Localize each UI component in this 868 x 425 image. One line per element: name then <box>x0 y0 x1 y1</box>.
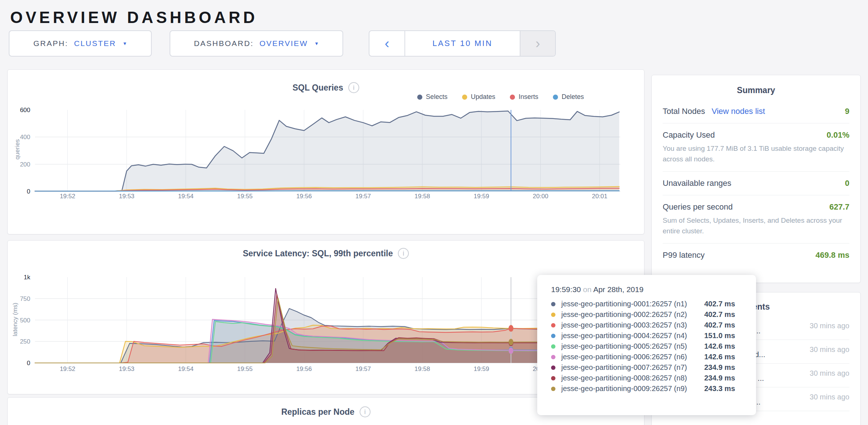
x-tick-label: 19:54 <box>178 365 194 372</box>
chevron-left-icon: ‹ <box>385 36 390 51</box>
tooltip-node-value: 234.9 ms <box>704 374 735 382</box>
view-nodes-list-link[interactable]: View nodes list <box>712 107 765 116</box>
graph-dropdown[interactable]: GRAPH: CLUSTER ▾ <box>9 30 152 57</box>
series-dot <box>551 355 555 359</box>
service-latency-title: Service Latency: SQL, 99th percentile <box>243 249 393 259</box>
legend-dot <box>417 95 422 100</box>
tooltip-node-name: jesse-geo-partitioning-0008:26257 (n8) <box>561 374 704 382</box>
tooltip-node-value: 234.9 ms <box>704 363 735 372</box>
chart-title-row: Service Latency: SQL, 99th percentile i <box>8 248 644 259</box>
summary-row-label: Total Nodes <box>663 107 705 116</box>
series-dot <box>551 344 555 349</box>
series-dot <box>551 365 555 370</box>
x-tick-label: 19:56 <box>296 365 312 372</box>
y-tick-label: 0 <box>27 188 30 195</box>
summary-row-value: 0 <box>845 179 849 188</box>
legend-dot <box>462 95 467 100</box>
summary-row-main: Unavailable ranges0 <box>663 179 849 188</box>
tooltip-row: jesse-geo-partitioning-0004:26257 (n4)15… <box>551 330 756 341</box>
info-icon[interactable]: i <box>360 406 371 417</box>
event-time: 30 mins ago <box>809 368 849 379</box>
graph-dropdown-label: GRAPH: <box>33 39 68 48</box>
summary-row-label: Queries per second <box>663 202 733 212</box>
time-range-selector: ‹ LAST 10 MIN › <box>369 30 556 57</box>
summary-title: Summary <box>663 85 849 95</box>
tooltip-row: jesse-geo-partitioning-0009:26257 (n9)24… <box>551 383 756 394</box>
time-range-prev-button[interactable]: ‹ <box>369 31 404 56</box>
summary-panel: Summary Total NodesView nodes list9Capac… <box>651 75 861 283</box>
tooltip-node-value: 402.7 ms <box>704 310 735 319</box>
tooltip-node-name: jesse-geo-partitioning-0001:26257 (n1) <box>561 300 704 308</box>
x-tick-label: 20:00 <box>533 193 549 200</box>
tooltip-row: jesse-geo-partitioning-0006:26257 (n6)14… <box>551 352 756 362</box>
tooltip-row: jesse-geo-partitioning-0008:26257 (n8)23… <box>551 373 756 383</box>
summary-row-label: Capacity Used <box>663 130 715 140</box>
series-dot <box>551 302 555 306</box>
tooltip-row: jesse-geo-partitioning-0002:26257 (n2)40… <box>551 309 756 320</box>
tooltip-node-value: 402.7 ms <box>704 300 735 308</box>
tooltip-date: Apr 28th, 2019 <box>593 285 644 294</box>
summary-row-main: Queries per second627.7 <box>663 202 849 212</box>
tooltip-node-name: jesse-geo-partitioning-0002:26257 (n2) <box>561 310 704 319</box>
tooltip-node-name: jesse-geo-partitioning-0003:26257 (n3) <box>561 321 704 329</box>
chart-hover-tooltip: 19:59:30 on Apr 28th, 2019 jesse-geo-par… <box>537 275 756 415</box>
y-tick-label: 200 <box>20 161 30 168</box>
legend-dot <box>510 95 515 100</box>
series-line-Deletes <box>35 191 619 191</box>
legend-item-label: Inserts <box>519 93 538 101</box>
tooltip-node-value: 243.3 ms <box>704 384 735 393</box>
info-icon[interactable]: i <box>398 248 409 259</box>
summary-row-description: You are using 177.7 MiB of 3.1 TiB usabl… <box>663 143 849 164</box>
legend-dot <box>553 95 558 100</box>
y-tick-label: 400 <box>20 134 30 141</box>
x-tick-label: 19:55 <box>237 365 253 372</box>
legend-item-updates[interactable]: Updates <box>462 93 495 101</box>
summary-row: Capacity Used0.01%You are using 177.7 Mi… <box>663 123 849 171</box>
tooltip-row: jesse-geo-partitioning-0001:26257 (n1)40… <box>551 299 756 309</box>
tooltip-row: jesse-geo-partitioning-0003:26257 (n3)40… <box>551 320 756 330</box>
legend-item-label: Updates <box>471 93 495 101</box>
series-dot <box>551 376 555 380</box>
legend-item-deletes[interactable]: Deletes <box>553 93 584 101</box>
chevron-down-icon: ▾ <box>315 40 319 47</box>
time-range-next-button[interactable]: › <box>520 31 555 56</box>
sql-queries-title: SQL Queries <box>292 83 343 93</box>
summary-row-value: 9 <box>845 107 849 116</box>
dashboard-dropdown-label: DASHBOARD: <box>194 39 254 48</box>
chevron-right-icon: › <box>535 36 540 51</box>
dashboard-dropdown-value: OVERVIEW <box>260 39 308 48</box>
graph-dropdown-value: CLUSTER <box>74 39 116 48</box>
time-range-value[interactable]: LAST 10 MIN <box>404 31 520 56</box>
summary-row-value: 627.7 <box>829 202 849 212</box>
summary-row-label: P99 latency <box>663 250 705 260</box>
event-time: 30 mins ago <box>809 321 849 331</box>
y-tick-label: 500 <box>20 317 30 324</box>
tooltip-node-name: jesse-geo-partitioning-0004:26257 (n4) <box>561 332 704 340</box>
chart-title-row: SQL Queries i <box>8 82 644 93</box>
tooltip-node-name: jesse-geo-partitioning-0005:26257 (n5) <box>561 342 704 351</box>
x-tick-label: 20:01 <box>592 193 608 200</box>
info-icon[interactable]: i <box>348 82 359 93</box>
summary-row-value: 0.01% <box>827 130 849 140</box>
series-dot <box>551 323 555 328</box>
chevron-down-icon: ▾ <box>124 40 127 47</box>
x-tick-label: 19:52 <box>60 193 75 200</box>
tooltip-node-value: 142.6 ms <box>704 353 735 361</box>
legend-item-label: Deletes <box>562 93 584 101</box>
legend-item-label: Selects <box>426 93 447 101</box>
series-dot <box>551 334 555 338</box>
dashboard-dropdown[interactable]: DASHBOARD: OVERVIEW ▾ <box>170 30 343 57</box>
summary-row: Queries per second627.7Sum of Selects, U… <box>663 195 849 243</box>
series-area-Selects <box>35 111 619 191</box>
tooltip-node-name: jesse-geo-partitioning-0007:26257 (n7) <box>561 363 704 372</box>
x-tick-label: 19:56 <box>296 193 312 200</box>
sql-queries-chart[interactable]: 19:5219:5319:5419:5519:5619:5719:5819:59… <box>8 106 644 212</box>
legend-item-selects[interactable]: Selects <box>417 93 447 101</box>
crosshair-dot <box>509 347 514 354</box>
y-tick-label: 600 <box>20 107 30 114</box>
x-tick-label: 19:58 <box>415 193 430 200</box>
y-tick-label: 0 <box>27 360 30 367</box>
legend-item-inserts[interactable]: Inserts <box>510 93 538 101</box>
sql-queries-legend: SelectsUpdatesInsertsDeletes <box>417 93 584 101</box>
page-title: OVERVIEW DASHBOARD <box>10 8 258 27</box>
